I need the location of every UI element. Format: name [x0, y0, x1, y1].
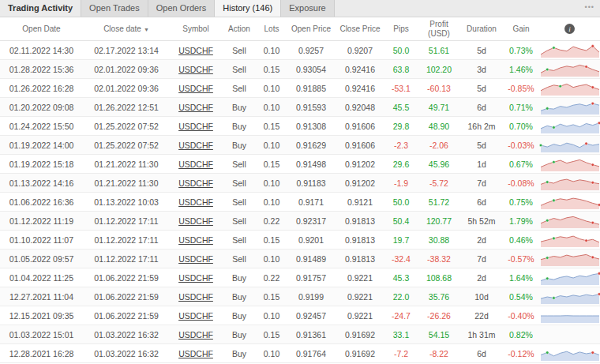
tab-open-orders[interactable]: Open Orders: [148, 0, 216, 17]
lots-cell: 0.15: [257, 330, 287, 340]
symbol-link[interactable]: USDCHF: [178, 84, 213, 93]
column-header-close-price[interactable]: Close Price: [336, 24, 384, 33]
column-header-action[interactable]: Action: [222, 24, 257, 33]
profit-cell: 51.72: [418, 197, 460, 207]
tab-open-trades[interactable]: Open Trades: [81, 0, 148, 17]
symbol-link[interactable]: USDCHF: [178, 159, 213, 169]
close-date-cell: 01.21.2022 11:30: [83, 178, 170, 188]
column-header-symbol[interactable]: Symbol: [170, 24, 222, 33]
buy-sparkline-chart: [539, 289, 600, 305]
gain-cell: -0.03%: [503, 141, 539, 150]
trade-sparkline: [539, 289, 600, 305]
symbol-link[interactable]: USDCHF: [178, 330, 213, 340]
symbol-link[interactable]: USDCHF: [178, 216, 213, 226]
red-trade-marker-dot: [591, 221, 594, 224]
symbol-link[interactable]: USDCHF: [178, 103, 213, 112]
duration-cell: 5h 52m: [460, 216, 503, 226]
open-date-cell: 01.28.2022 15:36: [0, 65, 83, 74]
open-date-cell: 01.06.2022 16:36: [0, 197, 83, 207]
symbol-link[interactable]: USDCHF: [178, 311, 213, 321]
symbol-link[interactable]: USDCHF: [178, 273, 213, 283]
profit-cell: 49.71: [418, 103, 460, 112]
trade-sparkline: [539, 43, 600, 58]
symbol-link[interactable]: USDCHF: [178, 292, 213, 302]
profit-cell: -8.22: [418, 349, 460, 358]
column-header-open-price[interactable]: Open Price: [287, 24, 336, 33]
gain-cell: 0.75%: [503, 197, 539, 207]
symbol-link[interactable]: USDCHF: [178, 349, 213, 358]
tab-bar: Trading Activity Open Trades Open Orders…: [0, 0, 600, 17]
gain-cell: -0.40%: [503, 311, 539, 321]
column-header-pips[interactable]: Pips: [384, 24, 418, 33]
symbol-cell: USDCHF: [170, 141, 222, 150]
symbol-cell: USDCHF: [170, 349, 222, 358]
duration-cell: 7d: [460, 254, 503, 264]
symbol-cell: USDCHF: [170, 273, 222, 283]
pips-cell: 29.6: [384, 159, 418, 169]
lots-cell: 0.15: [257, 159, 287, 169]
green-trade-marker-dot: [546, 107, 549, 110]
column-header-profit[interactable]: Profit (USD): [418, 20, 460, 38]
lots-cell: 0.10: [257, 84, 287, 93]
pips-cell: -24.7: [384, 311, 418, 321]
lots-cell: 0.15: [257, 122, 287, 131]
symbol-link[interactable]: USDCHF: [178, 46, 213, 55]
buy-sparkline-chart: [539, 118, 600, 134]
symbol-link[interactable]: USDCHF: [178, 178, 213, 188]
open-date-cell: 12.28.2021 16:28: [0, 349, 83, 358]
trade-sparkline: [539, 99, 600, 115]
pips-cell: 50.0: [384, 46, 418, 55]
table-row: 12.15.2021 09:3501.06.2022 21:59USDCHFBu…: [0, 306, 600, 325]
symbol-cell: USDCHF: [170, 122, 222, 131]
lots-cell: 0.10: [257, 254, 287, 264]
pips-cell: 45.5: [384, 103, 418, 112]
red-trade-marker-dot: [585, 142, 588, 145]
open-date-cell: 01.24.2022 15:50: [0, 122, 83, 131]
symbol-link[interactable]: USDCHF: [178, 197, 213, 207]
info-icon[interactable]: i: [564, 24, 575, 34]
lots-cell: 0.22: [257, 273, 287, 283]
pips-cell: 50.4: [384, 216, 418, 226]
column-header-open-date[interactable]: Open Date: [0, 24, 83, 33]
action-cell: Sell: [222, 235, 257, 245]
duration-cell: 6d: [460, 349, 503, 358]
profit-cell: -60.13: [418, 84, 460, 93]
column-header-gain[interactable]: Gain: [503, 24, 539, 33]
sell-sparkline-chart: [539, 251, 600, 267]
action-cell: Buy: [222, 141, 257, 150]
table-row: 01.05.2022 09:5701.12.2022 17:11USDCHFSe…: [0, 250, 600, 268]
gain-cell: 0.67%: [503, 159, 539, 169]
tab-exposure[interactable]: Exposure: [280, 0, 334, 17]
close-date-cell: 01.03.2022 16:32: [83, 349, 170, 358]
profit-cell: -5.72: [418, 178, 460, 188]
symbol-cell: USDCHF: [170, 46, 222, 55]
symbol-link[interactable]: USDCHF: [178, 254, 213, 264]
action-cell: Sell: [222, 65, 257, 74]
open-price-cell: 0.91361: [287, 330, 336, 340]
open-price-cell: 0.9199: [287, 292, 336, 302]
table-row: 01.26.2022 16:2802.01.2022 09:36USDCHFSe…: [0, 79, 600, 98]
close-date-cell: 01.26.2022 12:51: [83, 103, 170, 112]
open-price-cell: 0.91593: [287, 103, 336, 112]
duration-cell: 5d: [460, 84, 503, 93]
symbol-cell: USDCHF: [170, 311, 222, 321]
pips-cell: -2.3: [384, 141, 418, 150]
open-date-cell: 12.15.2021 09:35: [0, 311, 83, 321]
column-header-lots[interactable]: Lots: [257, 24, 287, 33]
column-header-close-date[interactable]: Close date▼: [83, 24, 170, 33]
action-cell: Buy: [222, 292, 257, 302]
symbol-link[interactable]: USDCHF: [178, 141, 213, 150]
profit-cell: 102.20: [418, 65, 460, 74]
symbol-link[interactable]: USDCHF: [178, 122, 213, 131]
trade-sparkline: [539, 118, 600, 134]
more-options-icon[interactable]: •••: [585, 0, 594, 14]
profit-cell: 45.96: [418, 159, 460, 169]
lots-cell: 0.10: [257, 178, 287, 188]
symbol-link[interactable]: USDCHF: [178, 235, 213, 245]
green-trade-marker-dot: [546, 351, 549, 354]
trade-sparkline: [539, 156, 600, 172]
column-header-duration[interactable]: Duration: [460, 24, 503, 33]
tab-history[interactable]: History (146): [214, 0, 281, 17]
green-trade-marker-dot: [546, 276, 549, 280]
symbol-link[interactable]: USDCHF: [178, 65, 213, 74]
